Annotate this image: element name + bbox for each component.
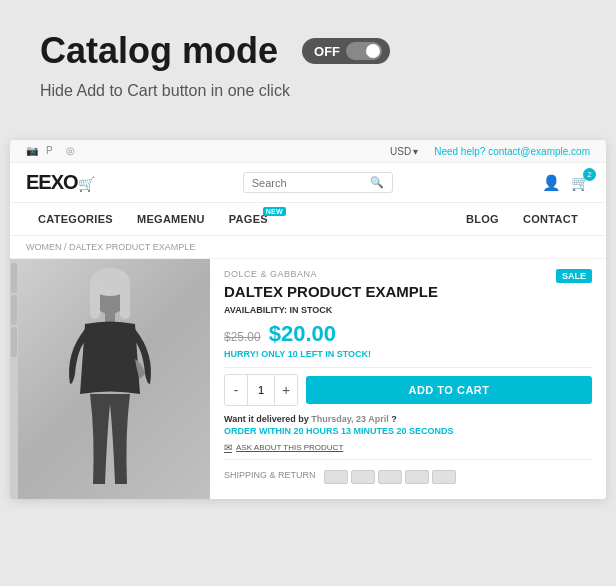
sale-badge: SALE <box>556 269 592 283</box>
catalog-mode-toggle[interactable]: OFF <box>302 38 390 64</box>
contact-email[interactable]: contact@example.com <box>488 146 590 157</box>
menu-item-categories[interactable]: CATEGORIES <box>26 203 125 235</box>
toggle-track <box>346 42 382 60</box>
payment-icon-4 <box>405 470 429 484</box>
payment-icon-5 <box>432 470 456 484</box>
add-to-cart-row: - + ADD TO CART <box>224 374 592 406</box>
rss-icon: ◎ <box>66 145 78 157</box>
logo-cart-icon: 🛒 <box>78 176 94 192</box>
search-icon: 🔍 <box>370 176 384 189</box>
new-price: $20.00 <box>269 321 336 347</box>
cart-count: 2 <box>583 168 596 181</box>
menu-item-blog[interactable]: BLOG <box>454 203 511 235</box>
menu-item-contact[interactable]: CONTACT <box>511 203 590 235</box>
payment-icons <box>324 470 456 484</box>
hurry-text: HURRY! ONLY 10 LEFT IN STOCK! <box>224 349 592 359</box>
email-icon: ✉ <box>224 442 232 453</box>
store-navbar: EEXO🛒 🔍 👤 🛒 2 <box>10 163 606 203</box>
qty-input[interactable] <box>247 375 275 405</box>
pinterest-icon: P <box>46 145 58 157</box>
product-image <box>10 259 210 499</box>
breadcrumb: WOMEN / DALTEX PRODUCT EXAMPLE <box>10 236 606 259</box>
currency-selector[interactable]: USD ▾ <box>390 146 418 157</box>
availability: AVAILABILITY: IN STOCK <box>224 305 592 315</box>
store-logo[interactable]: EEXO🛒 <box>26 171 94 194</box>
payment-icon-2 <box>351 470 375 484</box>
instagram-icon: 📷 <box>26 145 38 157</box>
delivery-text: Want it delivered by Thursday, 23 April … <box>224 414 592 424</box>
toggle-label: OFF <box>314 44 340 59</box>
thumb-1[interactable] <box>11 263 17 293</box>
product-silhouette <box>55 264 165 494</box>
svg-rect-2 <box>90 279 100 319</box>
add-to-cart-button[interactable]: ADD TO CART <box>306 376 592 404</box>
store-menu: CATEGORIES MEGAMENU PAGES NEW BLOG CONTA… <box>10 203 606 236</box>
qty-increase-button[interactable]: + <box>275 375 297 405</box>
svg-rect-3 <box>120 279 130 319</box>
price-row: $25.00 $20.00 <box>224 321 592 347</box>
old-price: $25.00 <box>224 330 261 344</box>
divider-1 <box>224 367 592 368</box>
new-badge: NEW <box>263 207 286 216</box>
product-details-col: DOLCE & GABBANA SALE DALTEX PRODUCT EXAM… <box>210 259 606 499</box>
search-input[interactable] <box>252 177 364 189</box>
product-title: DALTEX PRODUCT EXAMPLE <box>224 283 592 301</box>
ask-about-product-link[interactable]: ✉ ASK ABOUT THIS PRODUCT <box>224 442 592 453</box>
menu-left: CATEGORIES MEGAMENU PAGES NEW <box>26 203 288 235</box>
payment-icon-1 <box>324 470 348 484</box>
menu-item-megamenu[interactable]: MEGAMENU <box>125 203 217 235</box>
store-preview: 📷 P ◎ USD ▾ Need help? contact@example.c… <box>10 140 606 499</box>
need-help-text: Need help? contact@example.com <box>434 146 590 157</box>
title-row: Catalog mode OFF <box>40 30 576 72</box>
hero-subtitle: Hide Add to Cart button in one click <box>40 82 576 100</box>
order-text: Order within 20 HOURS 13 MINUTES 20 SECO… <box>224 426 592 436</box>
qty-control: - + <box>224 374 298 406</box>
thumb-3[interactable] <box>11 327 17 357</box>
topbar-right: USD ▾ Need help? contact@example.com <box>390 146 590 157</box>
nav-icons: 👤 🛒 2 <box>542 174 590 192</box>
thumbnail-strip <box>10 259 18 499</box>
thumb-2[interactable] <box>11 295 17 325</box>
store-topbar: 📷 P ◎ USD ▾ Need help? contact@example.c… <box>10 140 606 163</box>
search-box[interactable]: 🔍 <box>243 172 393 193</box>
product-image-col <box>10 259 210 499</box>
shipping-section: SHIPPING & RETURN <box>224 459 592 484</box>
menu-item-pages[interactable]: PAGES NEW <box>217 203 288 235</box>
user-icon[interactable]: 👤 <box>542 174 561 192</box>
product-brand: DOLCE & GABBANA <box>224 269 317 279</box>
product-section: DOLCE & GABBANA SALE DALTEX PRODUCT EXAM… <box>10 259 606 499</box>
page-title: Catalog mode <box>40 30 278 72</box>
qty-decrease-button[interactable]: - <box>225 375 247 405</box>
payment-icon-3 <box>378 470 402 484</box>
menu-right: BLOG CONTACT <box>454 203 590 235</box>
hero-section: Catalog mode OFF Hide Add to Cart button… <box>0 0 616 140</box>
cart-icon[interactable]: 🛒 2 <box>571 174 590 192</box>
topbar-left: 📷 P ◎ <box>26 145 78 157</box>
toggle-thumb <box>366 44 380 58</box>
